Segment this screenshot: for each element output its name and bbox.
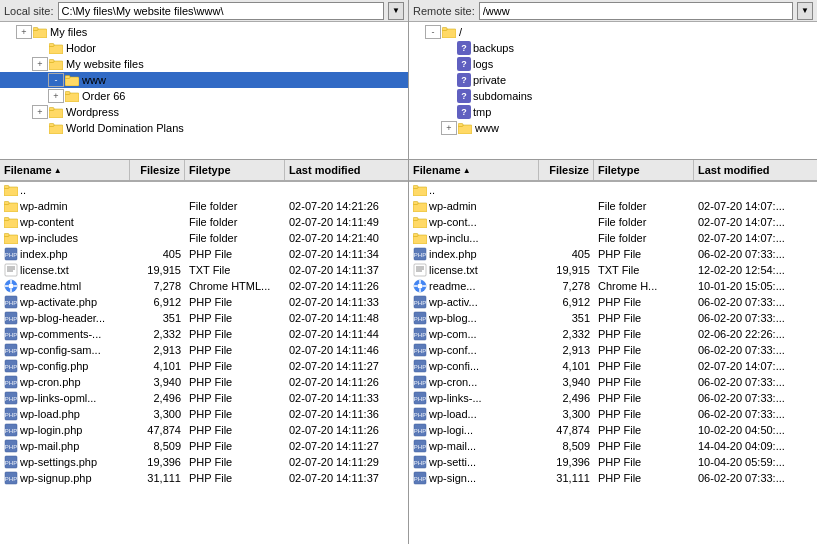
expand-wordpress[interactable]: + [32, 105, 48, 119]
col-header-left-lastmod[interactable]: Last modified [285, 160, 408, 180]
tree-item-worlddominationplans[interactable]: World Domination Plans [0, 120, 408, 136]
file-icon: PHP [4, 424, 18, 437]
expand-remote-www[interactable]: + [441, 121, 457, 135]
col-header-left-filename[interactable]: Filename ▲ [0, 160, 130, 180]
file-row[interactable]: PHP wp-signup.php 31,111 PHP File 02-07-… [0, 470, 408, 486]
bottom-panel: Filename ▲ Filesize Filetype Last modifi… [0, 160, 817, 544]
file-cell-type: File folder [185, 214, 285, 230]
expand-myfiles[interactable]: + [16, 25, 32, 39]
tree-item-remote-www[interactable]: + www [409, 120, 817, 136]
file-row[interactable]: PHP wp-links-... 2,496 PHP File 06-02-20… [409, 390, 817, 406]
file-cell-name: PHP wp-blog... [409, 310, 539, 326]
svg-text:PHP: PHP [5, 316, 17, 322]
file-row[interactable]: PHP wp-conf... 2,913 PHP File 06-02-20 0… [409, 342, 817, 358]
file-row[interactable]: PHP wp-load.php 3,300 PHP File 02-07-20 … [0, 406, 408, 422]
tree-item-root[interactable]: - / [409, 24, 817, 40]
file-row[interactable]: wp-cont... File folder 02-07-20 14:07:..… [409, 214, 817, 230]
right-file-list[interactable]: .. wp-admin File folder 02-07-20 14:07:.… [409, 182, 817, 544]
tree-item-tmp[interactable]: ? tmp [409, 104, 817, 120]
col-header-right-filename[interactable]: Filename ▲ [409, 160, 539, 180]
file-row[interactable]: PHP wp-links-opml... 2,496 PHP File 02-0… [0, 390, 408, 406]
local-site-label: Local site: [4, 5, 54, 17]
file-row[interactable]: PHP wp-confi... 4,101 PHP File 02-07-20 … [409, 358, 817, 374]
file-cell-type: TXT File [185, 262, 285, 278]
file-row[interactable]: wp-admin File folder 02-07-20 14:07:... [409, 198, 817, 214]
expand-root[interactable]: - [425, 25, 441, 39]
col-header-right-filesize[interactable]: Filesize [539, 160, 594, 180]
left-file-list[interactable]: .. wp-admin File folder 02-07-20 14:21:2… [0, 182, 408, 544]
expand-order66[interactable]: + [48, 89, 64, 103]
file-row[interactable]: PHP wp-cron... 3,940 PHP File 06-02-20 0… [409, 374, 817, 390]
svg-rect-26 [458, 124, 463, 127]
col-header-left-filesize[interactable]: Filesize [130, 160, 185, 180]
tree-item-backups[interactable]: ? backups [409, 40, 817, 56]
file-row[interactable]: PHP wp-settings.php 19,396 PHP File 02-0… [0, 454, 408, 470]
file-row[interactable]: wp-admin File folder 02-07-20 14:21:26 [0, 198, 408, 214]
top-panel: Local site: ▼ + My files [0, 0, 817, 160]
col-header-right-filetype[interactable]: Filetype [594, 160, 694, 180]
file-row[interactable]: readme... 7,278 Chrome H... 10-01-20 15:… [409, 278, 817, 294]
file-icon: PHP [413, 248, 427, 261]
tree-item-myfiles[interactable]: + My files [0, 24, 408, 40]
file-row[interactable]: PHP wp-login.php 47,874 PHP File 02-07-2… [0, 422, 408, 438]
file-icon: PHP [4, 456, 18, 469]
tree-item-mywebsitefiles[interactable]: + My website files [0, 56, 408, 72]
file-row[interactable]: wp-content File folder 02-07-20 14:11:49 [0, 214, 408, 230]
file-cell-name: PHP wp-activ... [409, 294, 539, 310]
file-row[interactable]: wp-inclu... File folder 02-07-20 14:07:.… [409, 230, 817, 246]
file-row[interactable]: PHP index.php 405 PHP File 02-07-20 14:1… [0, 246, 408, 262]
file-cell-modified: 02-06-20 22:26:... [694, 326, 817, 342]
tree-item-subdomains[interactable]: ? subdomains [409, 88, 817, 104]
file-row[interactable]: .. [409, 182, 817, 198]
file-row[interactable]: license.txt 19,915 TXT File 12-02-20 12:… [409, 262, 817, 278]
file-cell-size: 19,396 [130, 454, 185, 470]
remote-site-dropdown[interactable]: ▼ [797, 2, 813, 20]
file-row[interactable]: PHP wp-config.php 4,101 PHP File 02-07-2… [0, 358, 408, 374]
tree-item-hodor[interactable]: Hodor [0, 40, 408, 56]
file-row[interactable]: .. [0, 182, 408, 198]
file-row[interactable]: PHP wp-setti... 19,396 PHP File 10-04-20… [409, 454, 817, 470]
file-cell-modified: 02-07-20 14:11:27 [285, 438, 408, 454]
expand-mywebsitefiles[interactable]: + [32, 57, 48, 71]
file-icon: PHP [413, 360, 427, 373]
file-row[interactable]: PHP wp-config-sam... 2,913 PHP File 02-0… [0, 342, 408, 358]
file-row[interactable]: PHP wp-activ... 6,912 PHP File 06-02-20 … [409, 294, 817, 310]
tree-item-private[interactable]: ? private [409, 72, 817, 88]
local-site-dropdown[interactable]: ▼ [388, 2, 404, 20]
folder-icon-remote-www [457, 121, 473, 135]
file-row[interactable]: wp-includes File folder 02-07-20 14:21:4… [0, 230, 408, 246]
local-tree-scroll[interactable]: + My files Hodor [0, 22, 408, 159]
file-row[interactable]: PHP wp-activate.php 6,912 PHP File 02-07… [0, 294, 408, 310]
tree-item-order66[interactable]: + Order 66 [0, 88, 408, 104]
file-cell-name: readme.html [0, 278, 130, 294]
remote-site-path[interactable] [479, 2, 793, 20]
file-row[interactable]: PHP index.php 405 PHP File 06-02-20 07:3… [409, 246, 817, 262]
col-header-left-filetype[interactable]: Filetype [185, 160, 285, 180]
tree-item-logs[interactable]: ? logs [409, 56, 817, 72]
file-row[interactable]: PHP wp-load... 3,300 PHP File 06-02-20 0… [409, 406, 817, 422]
file-row[interactable]: PHP wp-com... 2,332 PHP File 02-06-20 22… [409, 326, 817, 342]
sort-arrow-filename: ▲ [54, 166, 62, 175]
folder-icon-wordpress [48, 105, 64, 119]
file-row[interactable]: PHP wp-comments-... 2,332 PHP File 02-07… [0, 326, 408, 342]
file-row[interactable]: PHP wp-cron.php 3,940 PHP File 02-07-20 … [0, 374, 408, 390]
tree-item-wordpress[interactable]: + Wordpress [0, 104, 408, 120]
file-row[interactable]: license.txt 19,915 TXT File 02-07-20 14:… [0, 262, 408, 278]
file-row[interactable]: PHP wp-mail... 8,509 PHP File 14-04-20 0… [409, 438, 817, 454]
file-cell-name: PHP wp-confi... [409, 358, 539, 374]
file-row[interactable]: PHP wp-logi... 47,874 PHP File 10-02-20 … [409, 422, 817, 438]
file-row[interactable]: readme.html 7,278 Chrome HTML... 02-07-2… [0, 278, 408, 294]
tree-item-www[interactable]: - www [0, 72, 408, 88]
svg-text:PHP: PHP [414, 380, 426, 386]
col-header-right-lastmod[interactable]: Last modified [694, 160, 817, 180]
file-row[interactable]: PHP wp-blog... 351 PHP File 06-02-20 07:… [409, 310, 817, 326]
file-cell-size: 19,915 [130, 262, 185, 278]
expand-www[interactable]: - [48, 73, 64, 87]
file-icon [413, 232, 427, 245]
file-row[interactable]: PHP wp-mail.php 8,509 PHP File 02-07-20 … [0, 438, 408, 454]
local-site-path[interactable] [58, 2, 384, 20]
file-row[interactable]: PHP wp-sign... 31,111 PHP File 06-02-20 … [409, 470, 817, 486]
remote-tree-scroll[interactable]: - / ? backups [409, 22, 817, 159]
file-row[interactable]: PHP wp-blog-header... 351 PHP File 02-07… [0, 310, 408, 326]
file-cell-size: 351 [539, 310, 594, 326]
